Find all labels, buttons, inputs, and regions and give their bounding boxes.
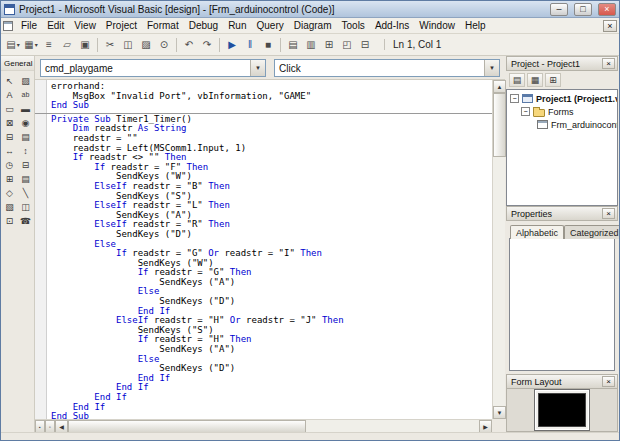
tool-filelistbox[interactable]: ▤ [18,172,33,185]
properties-titlebar[interactable]: Properties × [506,206,618,221]
menu-file[interactable]: File [16,19,42,32]
tree-item-project[interactable]: − Project1 (Project1.vbp) [507,92,617,105]
tool-vscrollbar[interactable]: ↕ [18,144,33,157]
project-explorer-titlebar[interactable]: Project - Project1 × [506,56,618,71]
properties-list[interactable] [509,238,615,371]
code-margin-bar[interactable] [35,80,47,419]
object-browser-icon[interactable]: ◰ [338,36,356,54]
menu-addins[interactable]: Add-Ins [370,19,414,32]
break-icon[interactable]: ‖ [241,36,259,54]
menu-edit[interactable]: Edit [42,19,69,32]
title-bar: Project1 - Microsoft Visual Basic [desig… [1,1,619,18]
menu-window[interactable]: Window [414,19,460,32]
tool-textbox[interactable]: ab [18,88,33,101]
toolbar-separator [176,38,177,52]
vertical-scroll-thumb[interactable] [493,93,506,157]
tool-data[interactable]: ◫ [18,200,33,213]
tool-ole[interactable]: ⊡ [2,214,17,227]
chevron-down-icon[interactable]: ▼ [250,60,265,76]
menu-query[interactable]: Query [251,19,288,32]
toolbox-tab-general[interactable]: General [1,56,34,71]
chevron-down-icon[interactable]: ▼ [484,60,499,76]
tool-shape[interactable]: ◇ [2,186,17,199]
close-icon[interactable]: × [602,208,615,219]
mdi-child-icon[interactable] [3,21,13,31]
copy-icon[interactable]: ◫ [119,36,137,54]
toolbox-icon[interactable]: ⊟ [356,36,374,54]
scroll-down-button[interactable]: ▼ [493,406,506,419]
tool-pointer[interactable]: ↖ [2,74,17,87]
tab-alphabetic[interactable]: Alphabetic [510,225,564,239]
horizontal-scrollbar[interactable]: ▪ ▫ ◀ ▶ [35,419,492,432]
tool-mscomm[interactable]: ☎ [18,214,33,227]
toolbar-separator [219,38,220,52]
tree-item-form[interactable]: Frm_arduinocontrol(F [507,118,617,131]
horizontal-scroll-track[interactable] [68,420,479,432]
form-layout-titlebar[interactable]: Form Layout × [506,374,618,389]
open-project-icon[interactable]: ▱ [58,36,76,54]
tool-line[interactable]: ╲ [18,186,33,199]
maximize-button[interactable]: □ [574,3,592,16]
find-icon[interactable]: ⊙ [155,36,173,54]
close-icon[interactable]: × [602,58,615,69]
view-code-icon[interactable]: ▤ [509,73,525,87]
tool-frame[interactable]: ▭ [2,102,17,115]
menu-view[interactable]: View [69,19,101,32]
tool-combobox[interactable]: ⊟ [2,130,17,143]
menu-tools[interactable]: Tools [337,19,370,32]
mdi-close-button[interactable]: × [603,20,617,32]
tool-commandbutton[interactable]: ▬ [18,102,33,115]
scroll-up-button[interactable]: ▲ [493,80,506,93]
folder-icon [533,109,545,117]
form-position-preview[interactable] [538,393,586,427]
view-object-icon[interactable]: ▦ [527,73,543,87]
save-project-icon[interactable]: ▣ [76,36,94,54]
tool-listbox[interactable]: ▤ [18,130,33,143]
object-dropdown[interactable]: cmd_playgame ▼ [40,59,266,77]
form-label: Frm_arduinocontrol(F [551,120,618,130]
tool-picturebox[interactable]: ▨ [18,74,33,87]
tool-drivelistbox[interactable]: ⊟ [18,158,33,171]
properties-window-icon[interactable]: ▥ [302,36,320,54]
collapse-icon[interactable]: − [510,94,519,103]
paste-icon[interactable]: ▨ [137,36,155,54]
pointer-icon: ↖ [6,76,14,86]
close-button[interactable]: × [598,3,616,16]
tool-image[interactable]: ▧ [2,200,17,213]
form-layout-window-icon[interactable]: ⊞ [320,36,338,54]
redo-icon[interactable]: ↷ [198,36,216,54]
tool-timer[interactable]: ◷ [2,158,17,171]
menu-editor-icon[interactable]: ≡ [40,36,58,54]
tool-dirlistbox[interactable]: ⊞ [2,172,17,185]
mscomm-icon: ☎ [20,216,31,226]
collapse-icon[interactable]: − [521,107,530,116]
tool-checkbox[interactable]: ⊠ [2,116,17,129]
add-standard-exe-project-icon[interactable]: ▤▾ [4,36,22,54]
docked-panels: Project - Project1 × ▤▦⊞ − Project1 (Pro… [506,56,618,432]
procedure-dropdown[interactable]: Click ▼ [274,59,500,77]
project-explorer-icon[interactable]: ▤ [284,36,302,54]
menu-project[interactable]: Project [101,19,142,32]
end-icon[interactable]: ■ [259,36,277,54]
undo-icon[interactable]: ↶ [180,36,198,54]
vertical-scrollbar[interactable]: ▲ ▼ [492,80,505,419]
add-form-icon[interactable]: ▦▾ [22,36,40,54]
code-editor[interactable]: errorhand: MsgBox "Invalid Port", vbInfo… [35,80,492,419]
start-icon[interactable]: ▶ [223,36,241,54]
tool-label[interactable]: A [2,88,17,101]
tool-hscrollbar[interactable]: ↔ [2,144,17,157]
menu-help[interactable]: Help [460,19,491,32]
minimize-button[interactable]: – [550,3,568,16]
cut-icon[interactable]: ✂ [101,36,119,54]
tool-optionbutton[interactable]: ◉ [18,116,33,129]
tree-item-forms-folder[interactable]: − Forms [507,105,617,118]
menu-diagram[interactable]: Diagram [289,19,337,32]
close-icon[interactable]: × [602,376,615,387]
menu-format[interactable]: Format [142,19,184,32]
tab-categorized[interactable]: Categorized [564,225,620,239]
chevron-down-icon[interactable]: ▾ [35,41,38,48]
toggle-folders-icon[interactable]: ⊞ [545,73,561,87]
chevron-down-icon[interactable]: ▾ [17,41,20,48]
menu-debug[interactable]: Debug [184,19,223,32]
menu-run[interactable]: Run [223,19,251,32]
